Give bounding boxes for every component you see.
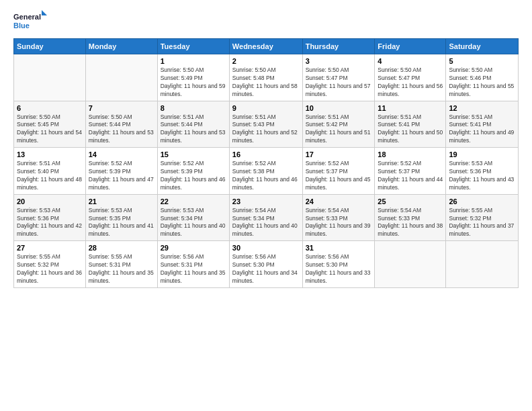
- calendar-week-3: 13Sunrise: 5:51 AM Sunset: 5:40 PM Dayli…: [14, 148, 519, 195]
- logo-svg: General Blue: [13, 10, 47, 32]
- day-info: Sunrise: 5:50 AM Sunset: 5:48 PM Dayligh…: [232, 66, 300, 99]
- day-number: 28: [89, 244, 154, 252]
- day-number: 21: [89, 197, 154, 205]
- day-number: 20: [17, 197, 83, 205]
- day-header-friday: Friday: [375, 39, 446, 54]
- day-number: 5: [449, 57, 515, 65]
- calendar-cell: 9Sunrise: 5:51 AM Sunset: 5:43 PM Daylig…: [229, 101, 302, 148]
- day-number: 26: [449, 197, 515, 205]
- day-number: 18: [378, 150, 443, 158]
- calendar-cell: 13Sunrise: 5:51 AM Sunset: 5:40 PM Dayli…: [14, 148, 86, 195]
- day-header-monday: Monday: [85, 39, 157, 54]
- day-info: Sunrise: 5:54 AM Sunset: 5:33 PM Dayligh…: [306, 207, 372, 239]
- calendar-cell: 28Sunrise: 5:55 AM Sunset: 5:31 PM Dayli…: [85, 241, 157, 288]
- day-number: 8: [161, 104, 226, 112]
- calendar-cell: 23Sunrise: 5:54 AM Sunset: 5:34 PM Dayli…: [229, 194, 302, 241]
- calendar-cell: 1Sunrise: 5:50 AM Sunset: 5:49 PM Daylig…: [157, 54, 229, 101]
- day-info: Sunrise: 5:51 AM Sunset: 5:44 PM Dayligh…: [161, 113, 226, 146]
- day-info: Sunrise: 5:53 AM Sunset: 5:35 PM Dayligh…: [89, 207, 154, 239]
- calendar-cell: 11Sunrise: 5:51 AM Sunset: 5:41 PM Dayli…: [375, 101, 446, 148]
- day-info: Sunrise: 5:55 AM Sunset: 5:32 PM Dayligh…: [449, 207, 515, 239]
- day-info: Sunrise: 5:50 AM Sunset: 5:47 PM Dayligh…: [306, 66, 372, 99]
- day-number: 19: [449, 150, 515, 158]
- calendar-cell: 2Sunrise: 5:50 AM Sunset: 5:48 PM Daylig…: [229, 54, 302, 101]
- day-number: 31: [306, 244, 372, 252]
- day-number: 3: [306, 57, 372, 65]
- calendar-cell: 8Sunrise: 5:51 AM Sunset: 5:44 PM Daylig…: [157, 101, 229, 148]
- svg-text:Blue: Blue: [13, 21, 30, 30]
- calendar-cell: 22Sunrise: 5:53 AM Sunset: 5:34 PM Dayli…: [157, 194, 229, 241]
- calendar-cell: 19Sunrise: 5:53 AM Sunset: 5:36 PM Dayli…: [446, 148, 519, 195]
- day-info: Sunrise: 5:53 AM Sunset: 5:34 PM Dayligh…: [161, 207, 226, 239]
- calendar-cell: 24Sunrise: 5:54 AM Sunset: 5:33 PM Dayli…: [302, 194, 375, 241]
- calendar-cell: 16Sunrise: 5:52 AM Sunset: 5:38 PM Dayli…: [229, 148, 302, 195]
- day-info: Sunrise: 5:56 AM Sunset: 5:30 PM Dayligh…: [232, 253, 300, 285]
- day-info: Sunrise: 5:51 AM Sunset: 5:42 PM Dayligh…: [306, 113, 372, 146]
- calendar-cell: 21Sunrise: 5:53 AM Sunset: 5:35 PM Dayli…: [85, 194, 157, 241]
- day-info: Sunrise: 5:51 AM Sunset: 5:43 PM Dayligh…: [232, 113, 300, 146]
- calendar-week-2: 6Sunrise: 5:50 AM Sunset: 5:45 PM Daylig…: [14, 101, 519, 148]
- day-info: Sunrise: 5:50 AM Sunset: 5:49 PM Dayligh…: [161, 66, 226, 99]
- day-number: 16: [232, 150, 300, 158]
- calendar-cell: 18Sunrise: 5:52 AM Sunset: 5:37 PM Dayli…: [375, 148, 446, 195]
- day-info: Sunrise: 5:56 AM Sunset: 5:30 PM Dayligh…: [306, 253, 372, 285]
- day-info: Sunrise: 5:55 AM Sunset: 5:31 PM Dayligh…: [89, 253, 154, 285]
- calendar-header-row: SundayMondayTuesdayWednesdayThursdayFrid…: [14, 39, 519, 54]
- calendar-cell: 25Sunrise: 5:54 AM Sunset: 5:33 PM Dayli…: [375, 194, 446, 241]
- calendar-week-5: 27Sunrise: 5:55 AM Sunset: 5:32 PM Dayli…: [14, 241, 519, 288]
- calendar-cell: [375, 241, 446, 288]
- day-number: 24: [306, 197, 372, 205]
- day-number: 4: [378, 57, 443, 65]
- day-info: Sunrise: 5:51 AM Sunset: 5:40 PM Dayligh…: [17, 160, 83, 192]
- day-number: 13: [17, 150, 83, 158]
- day-info: Sunrise: 5:55 AM Sunset: 5:32 PM Dayligh…: [17, 253, 83, 285]
- day-info: Sunrise: 5:50 AM Sunset: 5:46 PM Dayligh…: [449, 66, 515, 99]
- calendar-cell: 26Sunrise: 5:55 AM Sunset: 5:32 PM Dayli…: [446, 194, 519, 241]
- calendar-cell: 31Sunrise: 5:56 AM Sunset: 5:30 PM Dayli…: [302, 241, 375, 288]
- day-number: 22: [161, 197, 226, 205]
- day-info: Sunrise: 5:52 AM Sunset: 5:39 PM Dayligh…: [161, 160, 226, 192]
- day-info: Sunrise: 5:54 AM Sunset: 5:33 PM Dayligh…: [378, 207, 443, 239]
- day-header-wednesday: Wednesday: [229, 39, 302, 54]
- day-number: 27: [17, 244, 83, 252]
- day-info: Sunrise: 5:52 AM Sunset: 5:37 PM Dayligh…: [378, 160, 443, 192]
- day-number: 10: [306, 104, 372, 112]
- calendar-cell: 10Sunrise: 5:51 AM Sunset: 5:42 PM Dayli…: [302, 101, 375, 148]
- day-number: 14: [89, 150, 154, 158]
- day-number: 25: [378, 197, 443, 205]
- calendar-cell: 6Sunrise: 5:50 AM Sunset: 5:45 PM Daylig…: [14, 101, 86, 148]
- calendar-cell: 14Sunrise: 5:52 AM Sunset: 5:39 PM Dayli…: [85, 148, 157, 195]
- day-info: Sunrise: 5:50 AM Sunset: 5:45 PM Dayligh…: [17, 113, 83, 146]
- calendar-cell: 27Sunrise: 5:55 AM Sunset: 5:32 PM Dayli…: [14, 241, 86, 288]
- calendar-cell: 4Sunrise: 5:50 AM Sunset: 5:47 PM Daylig…: [375, 54, 446, 101]
- day-number: 23: [232, 197, 300, 205]
- day-info: Sunrise: 5:54 AM Sunset: 5:34 PM Dayligh…: [232, 207, 300, 239]
- day-number: 7: [89, 104, 154, 112]
- day-header-tuesday: Tuesday: [157, 39, 229, 54]
- svg-marker-2: [42, 10, 47, 15]
- day-number: 12: [449, 104, 515, 112]
- day-info: Sunrise: 5:52 AM Sunset: 5:39 PM Dayligh…: [89, 160, 154, 192]
- day-info: Sunrise: 5:52 AM Sunset: 5:38 PM Dayligh…: [232, 160, 300, 192]
- day-header-thursday: Thursday: [302, 39, 375, 54]
- calendar-week-4: 20Sunrise: 5:53 AM Sunset: 5:36 PM Dayli…: [14, 194, 519, 241]
- calendar-cell: 3Sunrise: 5:50 AM Sunset: 5:47 PM Daylig…: [302, 54, 375, 101]
- calendar-week-1: 1Sunrise: 5:50 AM Sunset: 5:49 PM Daylig…: [14, 54, 519, 101]
- day-info: Sunrise: 5:53 AM Sunset: 5:36 PM Dayligh…: [17, 207, 83, 239]
- day-info: Sunrise: 5:53 AM Sunset: 5:36 PM Dayligh…: [449, 160, 515, 192]
- day-info: Sunrise: 5:50 AM Sunset: 5:44 PM Dayligh…: [89, 113, 154, 146]
- calendar-cell: 30Sunrise: 5:56 AM Sunset: 5:30 PM Dayli…: [229, 241, 302, 288]
- day-number: 6: [17, 104, 83, 112]
- calendar-cell: 20Sunrise: 5:53 AM Sunset: 5:36 PM Dayli…: [14, 194, 86, 241]
- calendar-cell: [14, 54, 86, 101]
- calendar-cell: [85, 54, 157, 101]
- calendar-cell: 29Sunrise: 5:56 AM Sunset: 5:31 PM Dayli…: [157, 241, 229, 288]
- svg-text:General: General: [13, 13, 41, 21]
- day-number: 29: [161, 244, 226, 252]
- day-number: 17: [306, 150, 372, 158]
- calendar-cell: 15Sunrise: 5:52 AM Sunset: 5:39 PM Dayli…: [157, 148, 229, 195]
- day-number: 15: [161, 150, 226, 158]
- day-number: 2: [232, 57, 300, 65]
- day-number: 1: [161, 57, 226, 65]
- calendar-cell: 7Sunrise: 5:50 AM Sunset: 5:44 PM Daylig…: [85, 101, 157, 148]
